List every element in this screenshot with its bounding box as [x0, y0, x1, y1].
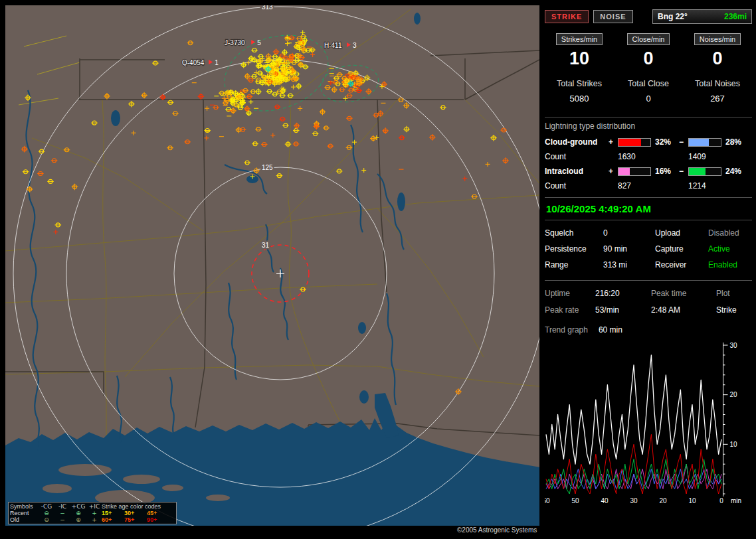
settings-grid: Squelch 0 Upload Disabled Persistence 90…	[545, 228, 752, 270]
total-close-label: Total Close	[614, 79, 683, 88]
svg-text:3: 3	[353, 42, 357, 49]
noises-per-min-panel: Noises/min 0 Total Noises 267	[683, 33, 752, 104]
cg-plus-bar	[618, 138, 651, 147]
capture-label: Capture	[655, 244, 708, 254]
plot-value: Strike	[716, 305, 752, 315]
cg-minus-pct: 28%	[721, 137, 745, 147]
upload-label: Upload	[655, 228, 708, 238]
svg-text:0: 0	[719, 497, 723, 504]
peak-rate-label: Peak rate	[545, 305, 595, 315]
upload-value: Disabled	[708, 228, 752, 238]
svg-text:Q-4054: Q-4054	[182, 59, 205, 66]
age-90: 90+	[147, 516, 169, 523]
ic-minus-pct: 24%	[721, 167, 745, 176]
strike-mode-button[interactable]: STRIKE	[545, 10, 589, 23]
ic-plus-count: 827	[618, 181, 651, 191]
age-15: 15+	[102, 510, 124, 516]
age-60: 60+	[102, 516, 124, 523]
legend-age-title: Strike age color codes	[102, 503, 169, 510]
ic-plus-bar	[618, 167, 651, 176]
uptime-label: Uptime	[545, 289, 595, 298]
svg-text:10: 10	[730, 441, 738, 448]
svg-text:30: 30	[730, 342, 738, 349]
receiver-value: Enabled	[708, 260, 752, 270]
svg-text:1: 1	[215, 59, 219, 66]
total-strikes-label: Total Strikes	[545, 79, 614, 88]
cg-neg-symbol-icon: ⊖	[38, 516, 55, 523]
minus-sign: −	[679, 137, 688, 147]
bearing-readout: Bng 22° 236mi	[652, 9, 752, 24]
noise-mode-button[interactable]: NOISE	[593, 10, 632, 23]
legend-col-ic-neg: -IC	[55, 503, 70, 510]
age-45: 45+	[147, 510, 169, 516]
datetime-display: 10/26/2025 4:49:20 AM	[545, 197, 752, 220]
strikes-per-min-value: 10	[545, 48, 614, 69]
distance-value: 236mi	[724, 12, 747, 21]
ic-minus-bar	[688, 167, 721, 176]
total-noises-value: 267	[683, 94, 752, 104]
cloud-ground-count-row: Count 1630 1409	[545, 152, 752, 161]
legend-old-row: Old ⊖ − ⊕ + 60+ 75+ 90+	[10, 516, 175, 523]
map-view[interactable]: J-37305H-4113Q-40541 31312531 Symbols -C…	[5, 5, 539, 526]
intracloud-label: Intracloud	[545, 167, 609, 176]
range-value: 313 mi	[603, 260, 655, 270]
uptime-value: 216:20	[595, 289, 651, 298]
ic-pos-symbol-icon: +	[87, 516, 102, 523]
svg-text:40: 40	[601, 497, 609, 504]
strikes-per-min-label: Strikes/min	[556, 33, 603, 45]
svg-text:30: 30	[630, 497, 638, 504]
close-per-min-label: Close/min	[627, 33, 670, 45]
count-label: Count	[545, 152, 609, 161]
svg-text:20: 20	[730, 391, 738, 398]
strikes-per-min-panel: Strikes/min 10 Total Strikes 5080	[545, 33, 614, 104]
plot-label: Plot	[716, 289, 752, 298]
ic-plus-pct: 16%	[651, 167, 679, 176]
age-75: 75+	[124, 516, 147, 523]
persistence-label: Persistence	[545, 244, 603, 254]
cg-pos-symbol-icon: ⊕	[70, 510, 87, 516]
capture-value: Active	[708, 244, 752, 254]
ic-neg-symbol-icon: −	[55, 516, 70, 523]
legend-header: Symbols -CG -IC +CG +IC Strike age color…	[10, 503, 175, 510]
plus-sign: +	[609, 167, 618, 176]
mode-toolbar: STRIKE NOISE Bng 22° 236mi	[545, 9, 752, 24]
plus-sign: +	[609, 137, 618, 147]
divider	[545, 280, 752, 281]
total-strikes-value: 5080	[545, 94, 614, 104]
cg-plus-pct: 32%	[651, 137, 679, 147]
squelch-label: Squelch	[545, 228, 603, 238]
close-per-min-value: 0	[614, 48, 683, 69]
map-legend: Symbols -CG -IC +CG +IC Strike age color…	[8, 502, 177, 524]
legend-col-cg-pos: +CG	[70, 503, 87, 510]
svg-text:5: 5	[257, 39, 261, 46]
cg-plus-count: 1630	[618, 152, 651, 161]
cg-neg-symbol-icon: ⊖	[38, 510, 55, 516]
noises-per-min-label: Noises/min	[694, 33, 741, 45]
svg-text:31: 31	[262, 242, 270, 249]
legend-old-label: Old	[10, 516, 38, 523]
cloud-ground-row: Cloud-ground + 32% − 28%	[545, 137, 752, 147]
svg-text:60: 60	[545, 497, 550, 504]
svg-text:313: 313	[262, 5, 273, 11]
svg-text:20: 20	[659, 497, 667, 504]
peak-time-value: 2:48 AM	[651, 305, 716, 315]
cg-pos-symbol-icon: ⊕	[70, 516, 87, 523]
legend-col-ic-pos: +IC	[87, 503, 102, 510]
copyright-text: ©2005 Astrogenic Systems	[457, 526, 537, 534]
svg-text:50: 50	[571, 497, 579, 504]
legend-recent-label: Recent	[10, 510, 38, 516]
divider	[545, 117, 752, 117]
persistence-value: 90 min	[603, 244, 655, 254]
status-grid: Uptime 216:20 Peak time Plot Peak rate 5…	[545, 289, 752, 315]
svg-text:125: 125	[262, 164, 273, 171]
count-label: Count	[545, 181, 609, 191]
trend-graph-chart: 1020306050403020100min	[545, 340, 752, 504]
svg-text:H-411: H-411	[324, 42, 342, 49]
svg-text:10: 10	[688, 497, 696, 504]
ic-neg-symbol-icon: −	[55, 510, 70, 516]
total-close-value: 0	[614, 94, 683, 104]
distribution-title: Lightning type distribution	[545, 121, 752, 131]
lightning-map[interactable]: J-37305H-4113Q-40541 31312531	[5, 5, 539, 526]
bearing-value: Bng 22°	[658, 12, 688, 21]
minus-sign: −	[679, 167, 688, 176]
